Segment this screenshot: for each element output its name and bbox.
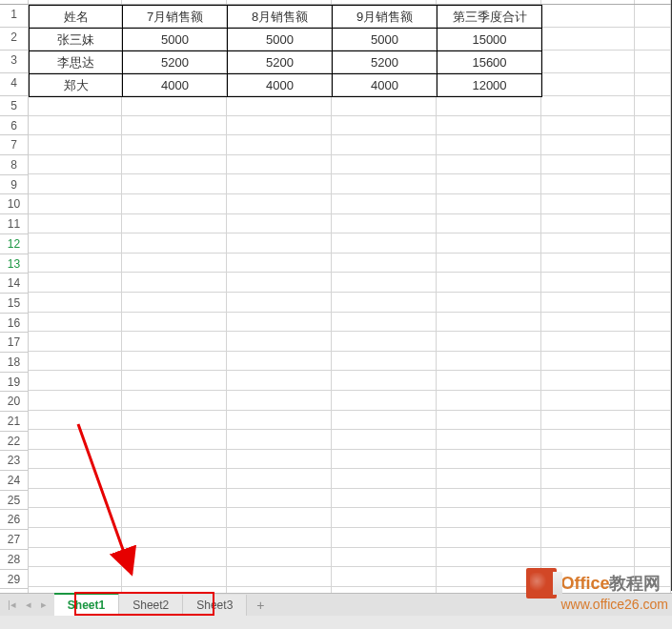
- cell[interactable]: 4000: [333, 74, 438, 97]
- row-header[interactable]: 13: [0, 254, 29, 274]
- sheet-tab-2[interactable]: Sheet2: [119, 595, 183, 616]
- header-cell[interactable]: 9月销售额: [333, 6, 438, 29]
- row-header[interactable]: 21: [0, 412, 29, 432]
- tab-nav-next-icon[interactable]: ▸: [41, 599, 47, 611]
- cell[interactable]: 5000: [123, 29, 228, 51]
- table-row: 张三妹 5000 5000 5000 15000: [30, 29, 542, 51]
- cell[interactable]: 15000: [438, 29, 542, 51]
- row-header[interactable]: 26: [0, 510, 29, 530]
- cell[interactable]: 张三妹: [30, 29, 123, 51]
- row-header[interactable]: 7: [0, 135, 29, 155]
- cell[interactable]: 4000: [228, 74, 333, 97]
- row-header[interactable]: 20: [0, 392, 29, 412]
- row-header[interactable]: 11: [0, 214, 29, 234]
- row-header[interactable]: 25: [0, 491, 29, 511]
- row-header-column: 1 2 3 4 5 6 7 8 9 10 11 12 13 14 15 16 1…: [0, 0, 29, 591]
- row-header[interactable]: 9: [0, 175, 29, 195]
- cell[interactable]: 5200: [333, 51, 438, 74]
- sheet-tab-bar: |◂ ◂ ▸ Sheet1 Sheet2 Sheet3 +: [0, 593, 672, 616]
- row-header[interactable]: 17: [0, 333, 29, 353]
- row-header[interactable]: 16: [0, 314, 29, 334]
- cell[interactable]: 5000: [333, 29, 438, 51]
- row-header[interactable]: 2: [0, 28, 29, 51]
- tab-nav-prev-icon[interactable]: ◂: [26, 599, 31, 611]
- row-header[interactable]: 5: [0, 96, 29, 116]
- row-header[interactable]: 10: [0, 194, 29, 214]
- header-cell[interactable]: 姓名: [30, 6, 123, 29]
- header-cell[interactable]: 8月销售额: [228, 6, 333, 29]
- row-header[interactable]: 24: [0, 471, 29, 491]
- sheet-tab-1[interactable]: Sheet1: [54, 593, 119, 616]
- header-cell[interactable]: 7月销售额: [123, 6, 228, 29]
- tab-nav-first-icon[interactable]: |◂: [8, 599, 16, 611]
- row-header[interactable]: 1: [0, 5, 29, 28]
- row-header[interactable]: 18: [0, 353, 29, 373]
- cell[interactable]: 郑大: [30, 74, 123, 97]
- cell[interactable]: 5200: [228, 51, 333, 74]
- cell[interactable]: 5000: [228, 29, 333, 51]
- row-header[interactable]: 14: [0, 274, 29, 294]
- cell[interactable]: 李思达: [30, 51, 123, 74]
- row-header[interactable]: 19: [0, 373, 29, 393]
- cell[interactable]: 5200: [123, 51, 228, 74]
- row-header[interactable]: 23: [0, 451, 29, 471]
- add-sheet-button[interactable]: +: [247, 595, 274, 616]
- sheet-tab-3[interactable]: Sheet3: [183, 595, 247, 616]
- row-header[interactable]: 22: [0, 432, 29, 452]
- sheet-tabs: Sheet1 Sheet2 Sheet3 +: [54, 594, 275, 616]
- data-table: 姓名 7月销售额 8月销售额 9月销售额 第三季度合计 张三妹 5000 500…: [29, 5, 542, 97]
- spreadsheet-grid[interactable]: 1 2 3 4 5 6 7 8 9 10 11 12 13 14 15 16 1…: [0, 0, 672, 591]
- table-row: 郑大 4000 4000 4000 12000: [30, 74, 542, 97]
- cell-area[interactable]: // placeholder removed; rows rendered be…: [29, 0, 671, 591]
- row-header[interactable]: 3: [0, 51, 29, 73]
- cell[interactable]: 12000: [438, 74, 542, 97]
- table-row: 李思达 5200 5200 5200 15600: [30, 51, 542, 74]
- cell[interactable]: 4000: [123, 74, 228, 97]
- tab-nav: |◂ ◂ ▸: [0, 594, 54, 616]
- row-header[interactable]: 8: [0, 155, 29, 175]
- row-header[interactable]: 15: [0, 294, 29, 314]
- status-bar: [0, 616, 672, 629]
- row-header[interactable]: 6: [0, 116, 29, 136]
- header-cell[interactable]: 第三季度合计: [438, 6, 542, 29]
- row-header[interactable]: 28: [0, 550, 29, 570]
- row-header[interactable]: 4: [0, 73, 29, 96]
- row-header[interactable]: 27: [0, 530, 29, 550]
- row-header[interactable]: 29: [0, 570, 29, 590]
- table-header-row: 姓名 7月销售额 8月销售额 9月销售额 第三季度合计: [30, 6, 542, 29]
- row-header[interactable]: 12: [0, 234, 29, 254]
- cell[interactable]: 15600: [438, 51, 542, 74]
